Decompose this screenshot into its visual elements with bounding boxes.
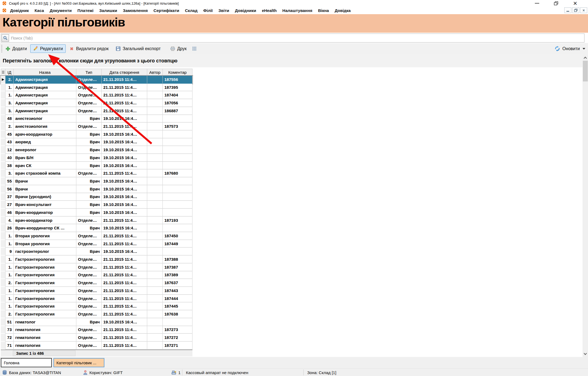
- menu-nalashtuvannia[interactable]: Налаштування: [282, 8, 312, 13]
- column-header-id[interactable]: ІД: [5, 69, 14, 76]
- table-row[interactable]: 1.АдминистрацияОтделе…21.11.2015 11:4…18…: [1, 84, 192, 92]
- table-row[interactable]: 48анестезиологВрач19.10.2015 16:4…: [1, 115, 192, 123]
- table-row[interactable]: 1.ГастроэнтерологияОтделе…21.11.2015 11:…: [1, 256, 192, 263]
- table-row[interactable]: 43аюрведВрач19.10.2015 16:4…: [1, 138, 192, 146]
- menu-zamovlennia[interactable]: Замовлення: [123, 8, 148, 13]
- menu-filii[interactable]: Філії: [203, 8, 213, 13]
- scrollbar-thumb[interactable]: [583, 61, 588, 81]
- cell-id: 1.: [5, 287, 14, 295]
- menu-platezhi[interactable]: Платежі: [77, 8, 94, 13]
- tab-kategorii-pilgovykiv[interactable]: Категорії пільговик ...: [53, 358, 104, 367]
- table-row[interactable]: 51гематологВрач19.10.2015 16:4…: [1, 318, 192, 326]
- table-row[interactable]: 1.Вторая урологияОтделе…21.11.2015 11:4……: [1, 240, 192, 248]
- table-row[interactable]: 55ВрачиВрач19.10.2015 16:4…: [1, 177, 192, 185]
- print-button[interactable]: Друк: [170, 44, 187, 53]
- table-row[interactable]: 12венерологВрач19.10.2015 16:4…: [1, 146, 192, 154]
- mdi-restore-button[interactable]: [572, 7, 579, 13]
- table-row[interactable]: ▶2.АдминистрацияОтделе…21.11.2015 11:4…1…: [1, 76, 192, 84]
- menu-dokumenty[interactable]: Документи: [50, 8, 72, 13]
- cell-id: 43: [5, 138, 14, 146]
- table-row[interactable]: 71гематологияОтделе…21.11.2015 11:4…1872…: [1, 342, 192, 350]
- table-row[interactable]: 38врач СКВрач19.10.2015 16:4…: [1, 162, 192, 170]
- cell-date: 21.11.2015 11:4…: [102, 123, 147, 131]
- user-status: Користувач: GIFT: [83, 369, 123, 376]
- table-row[interactable]: 1.ГастроэнтерологияОтделе…21.11.2015 11:…: [1, 287, 192, 295]
- table-row[interactable]: 2.ГастроэнтерологияОтделе…21.11.2015 11:…: [1, 310, 192, 318]
- table-row[interactable]: 26Врач-координатор СК …Врач19.10.2015 16…: [1, 224, 192, 232]
- scroll-up-button[interactable]: [583, 55, 588, 60]
- mdi-close-button[interactable]: ×: [580, 7, 587, 13]
- column-header-author[interactable]: Автор: [147, 69, 163, 76]
- cell-type: Отделе…: [76, 295, 102, 303]
- column-header-type[interactable]: Тип: [76, 69, 102, 76]
- refresh-dropdown-caret-icon[interactable]: [583, 48, 585, 50]
- table-row[interactable]: 2.анестезиологияОтделе…21.11.2015 11:4…1…: [1, 123, 192, 131]
- row-indicator: [1, 326, 5, 334]
- table-row[interactable]: 27Врач-консультантВрач19.10.2015 16:4…: [1, 201, 192, 209]
- mdi-minimize-button[interactable]: [564, 7, 571, 13]
- menu-dovidnyk[interactable]: Довідник: [10, 8, 29, 13]
- window-close-button[interactable]: ✕: [566, 0, 585, 7]
- table-row[interactable]: 1.АдминистрацияОтделе…21.11.2015 11:4…18…: [1, 91, 192, 99]
- table-row[interactable]: 73гематологияОтделе…21.11.2015 11:4…1872…: [1, 326, 192, 334]
- menu-vikna[interactable]: Вікна: [318, 8, 329, 13]
- row-indicator: [1, 177, 5, 185]
- cell-comment: [163, 131, 192, 138]
- add-button[interactable]: Додати: [5, 44, 27, 53]
- search-input[interactable]: Поиск (Tab): [11, 36, 33, 40]
- vertical-scrollbar[interactable]: [583, 54, 588, 357]
- table-row[interactable]: 46Врач-координаторВрач19.10.2015 16:4…: [1, 209, 192, 217]
- table-row[interactable]: 9гастроэнтерологВрач19.10.2015 16:4…: [1, 248, 192, 256]
- window-restore-button[interactable]: [547, 0, 566, 7]
- menu-zalyshky[interactable]: Залишки: [99, 8, 117, 13]
- menu-ehealth[interactable]: eHealth: [262, 8, 277, 13]
- search-bar[interactable]: Поиск (Tab): [1, 34, 584, 43]
- columns-button[interactable]: [192, 44, 197, 53]
- table-row[interactable]: 1.ГастроэнтерологияОтделе…21.11.2015 11:…: [1, 295, 192, 303]
- table-row[interactable]: 2.ГастроэнтерологияОтделе…21.11.2015 11:…: [1, 279, 192, 287]
- cell-id: 56: [5, 185, 14, 193]
- search-button[interactable]: [2, 34, 9, 42]
- table-row[interactable]: 3.АдминистрацияОтделе…21.11.2015 11:4…18…: [1, 99, 192, 107]
- menu-sklad[interactable]: Склад: [185, 8, 198, 13]
- export-button[interactable]: Загальний експорт: [116, 44, 161, 53]
- row-indicator: [1, 287, 5, 295]
- table-row[interactable]: 1.ГастроэнтерологияОтделе…21.11.2015 11:…: [1, 263, 192, 271]
- scroll-down-button[interactable]: [583, 351, 588, 357]
- table-row[interactable]: 40Врач Б/НВрач19.10.2015 16:4…: [1, 154, 192, 162]
- edit-button[interactable]: Редагувати: [30, 44, 66, 53]
- table-row[interactable]: 1.ГастроэнтерологияОтделе…21.11.2015 11:…: [1, 302, 192, 310]
- tab-holovna[interactable]: Головна: [1, 358, 52, 367]
- grid-corner-button[interactable]: [1, 69, 5, 76]
- column-header-name[interactable]: Назва: [14, 69, 76, 76]
- row-indicator: [1, 232, 5, 240]
- menu-zvity[interactable]: Звіти: [218, 8, 229, 13]
- row-indicator: [1, 162, 5, 170]
- delete-row-button[interactable]: Видалити рядок: [69, 44, 108, 53]
- table-row[interactable]: 4.врач-координаторОтделе…21.11.2015 11:4…: [1, 217, 192, 225]
- group-by-panel[interactable]: Перетягніть заголовок колонки сюди для у…: [0, 54, 588, 67]
- cell-date: 21.11.2015 11:4…: [102, 334, 147, 342]
- column-header-comment[interactable]: Коментар: [163, 69, 192, 76]
- menu-dovidnyky[interactable]: Довідники: [235, 8, 256, 13]
- cell-id: 4.: [5, 217, 14, 225]
- table-row[interactable]: 72гематологияОтделе…21.11.2015 11:4…1872…: [1, 334, 192, 342]
- cell-name: гематология: [14, 342, 76, 350]
- cell-id: 1.: [5, 263, 14, 271]
- table-row[interactable]: 3.врач страховой компаОтделе…21.11.2015 …: [1, 169, 192, 177]
- menu-sertyfikaty[interactable]: Сертифікати: [153, 8, 179, 13]
- menu-kasa[interactable]: Каса: [35, 8, 44, 13]
- window-minimize-button[interactable]: [527, 0, 547, 7]
- toolbar-grip-handle[interactable]: [1, 45, 2, 52]
- cell-comment: 187556: [163, 76, 192, 84]
- table-row[interactable]: 1.Вторая урологияОтделе…21.11.2015 11:4……: [1, 232, 192, 240]
- table-row[interactable]: 37Врачи (урсодиол)Врач19.10.2015 16:4…: [1, 193, 192, 201]
- database-status: База даних: TASA3@TITAN: [2, 369, 61, 376]
- column-header-date[interactable]: Дата створення: [102, 69, 147, 76]
- refresh-button[interactable]: Оновити: [554, 44, 580, 53]
- table-row[interactable]: 1.ГастроэнтерологияОтделе…21.11.2015 11:…: [1, 271, 192, 279]
- table-row[interactable]: 45арвч-координаторВрач19.10.2015 16:4…: [1, 131, 192, 138]
- menu-dovidka[interactable]: Довідка: [335, 8, 351, 13]
- table-row[interactable]: 3.АдминистрацияОтделе…21.11.2015 11:4…18…: [1, 107, 192, 115]
- table-row[interactable]: 56ВрачиВрач19.10.2015 16:4…: [1, 185, 192, 193]
